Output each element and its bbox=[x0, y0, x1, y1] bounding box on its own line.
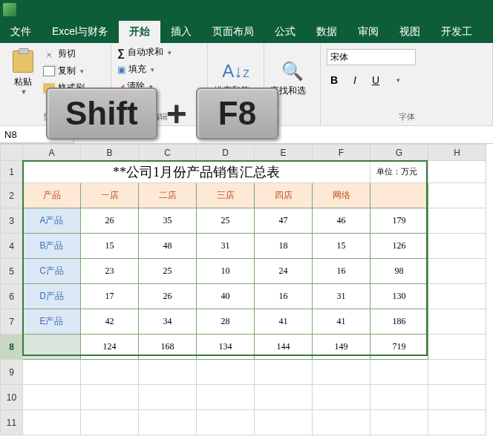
row-header-4[interactable]: 4 bbox=[1, 234, 23, 259]
select-all-corner[interactable] bbox=[1, 145, 23, 161]
cell-H10[interactable] bbox=[428, 385, 486, 410]
cell-G5[interactable]: 98 bbox=[370, 259, 428, 284]
cell-E7[interactable]: 41 bbox=[255, 309, 313, 335]
cell-C9[interactable] bbox=[139, 360, 197, 385]
cell-D8[interactable]: 134 bbox=[197, 335, 255, 360]
cell-H3[interactable] bbox=[428, 208, 486, 234]
cell-E4[interactable]: 18 bbox=[255, 234, 313, 259]
cell-B4[interactable]: 15 bbox=[81, 234, 139, 259]
cell-B6[interactable]: 17 bbox=[81, 284, 139, 309]
font-name-select[interactable] bbox=[327, 49, 416, 65]
cell-C2[interactable]: 二店 bbox=[139, 183, 197, 208]
cell-G2[interactable] bbox=[370, 183, 428, 208]
cell-E2[interactable]: 四店 bbox=[255, 183, 313, 208]
cell-A6[interactable]: D产品 bbox=[23, 284, 81, 309]
cell-C4[interactable]: 48 bbox=[139, 234, 197, 259]
row-header-5[interactable]: 5 bbox=[1, 259, 23, 284]
cell-G3[interactable]: 179 bbox=[370, 208, 428, 234]
cell-H2[interactable] bbox=[428, 183, 486, 208]
cell-A4[interactable]: B产品 bbox=[23, 234, 81, 259]
row-header-6[interactable]: 6 bbox=[1, 284, 23, 309]
cell-C7[interactable]: 34 bbox=[139, 309, 197, 335]
cell-E5[interactable]: 24 bbox=[255, 259, 313, 284]
cell-E11[interactable] bbox=[255, 410, 313, 435]
cell-E6[interactable]: 16 bbox=[255, 284, 313, 309]
tab-0[interactable]: 文件 bbox=[0, 21, 42, 43]
cell-E8[interactable]: 144 bbox=[255, 335, 313, 360]
cell-G6[interactable]: 130 bbox=[370, 284, 428, 309]
autosum-button[interactable]: ∑自动求和▾ bbox=[117, 46, 201, 59]
row-header-2[interactable]: 2 bbox=[1, 183, 23, 208]
cell-A8[interactable] bbox=[23, 335, 81, 360]
cell-G8[interactable]: 719 bbox=[370, 335, 428, 360]
cell-F4[interactable]: 15 bbox=[313, 234, 370, 259]
paste-button[interactable]: 粘贴 ▼ bbox=[6, 46, 40, 96]
cell-A5[interactable]: C产品 bbox=[23, 259, 81, 284]
cell-C6[interactable]: 26 bbox=[139, 284, 197, 309]
copy-button[interactable]: 复制▾ bbox=[43, 63, 85, 79]
row-header-11[interactable]: 11 bbox=[1, 410, 23, 435]
cell-C5[interactable]: 25 bbox=[139, 259, 197, 284]
cut-button[interactable]: 剪切 bbox=[43, 46, 85, 62]
cell-H5[interactable] bbox=[428, 259, 486, 284]
cell-C3[interactable]: 35 bbox=[139, 208, 197, 234]
cell-A10[interactable] bbox=[23, 385, 81, 410]
row-header-1[interactable]: 1 bbox=[1, 161, 23, 183]
fill-button[interactable]: ▣填充▾ bbox=[117, 63, 201, 76]
spreadsheet-grid[interactable]: ABCDEFGH1**公司1月份产品销售汇总表单位：万元2产品一店二店三店四店网… bbox=[0, 144, 486, 435]
col-header-F[interactable]: F bbox=[313, 145, 370, 161]
col-header-G[interactable]: G bbox=[370, 145, 428, 161]
cell-E9[interactable] bbox=[255, 360, 313, 385]
tab-2[interactable]: 开始 bbox=[119, 21, 160, 43]
cell-F2[interactable]: 网络 bbox=[313, 183, 370, 208]
row-header-8[interactable]: 8 bbox=[1, 335, 23, 360]
cell-H4[interactable] bbox=[428, 234, 486, 259]
cell-B11[interactable] bbox=[81, 410, 139, 435]
cell-H8[interactable] bbox=[428, 335, 486, 360]
col-header-B[interactable]: B bbox=[81, 145, 139, 161]
cell-B10[interactable] bbox=[81, 385, 139, 410]
cell-A7[interactable]: E产品 bbox=[23, 309, 81, 335]
cell-F8[interactable]: 149 bbox=[313, 335, 370, 360]
cell-D10[interactable] bbox=[197, 385, 255, 410]
cell-A9[interactable] bbox=[23, 360, 81, 385]
row-header-10[interactable]: 10 bbox=[1, 385, 23, 410]
tab-3[interactable]: 插入 bbox=[160, 21, 202, 43]
cell-B3[interactable]: 26 bbox=[81, 208, 139, 234]
cell-B5[interactable]: 23 bbox=[81, 259, 139, 284]
cell-B2[interactable]: 一店 bbox=[81, 183, 139, 208]
col-header-A[interactable]: A bbox=[23, 145, 81, 161]
cell-H7[interactable] bbox=[428, 309, 486, 335]
cell-D5[interactable]: 10 bbox=[197, 259, 255, 284]
cell-F7[interactable]: 41 bbox=[313, 309, 370, 335]
cell-D7[interactable]: 28 bbox=[197, 309, 255, 335]
cell-A2[interactable]: 产品 bbox=[23, 183, 81, 208]
cell-E10[interactable] bbox=[255, 385, 313, 410]
cell-D9[interactable] bbox=[197, 360, 255, 385]
col-header-H[interactable]: H bbox=[428, 145, 486, 161]
cell-A11[interactable] bbox=[23, 410, 81, 435]
cell-C11[interactable] bbox=[139, 410, 197, 435]
tab-4[interactable]: 页面布局 bbox=[202, 21, 264, 43]
tab-7[interactable]: 审阅 bbox=[347, 21, 389, 43]
cell-G10[interactable] bbox=[370, 385, 428, 410]
cell-F11[interactable] bbox=[313, 410, 370, 435]
cell-D4[interactable]: 31 bbox=[197, 234, 255, 259]
tab-9[interactable]: 开发工 bbox=[431, 21, 483, 43]
cell-A1[interactable]: **公司1月份产品销售汇总表 bbox=[23, 161, 370, 183]
cell-B8[interactable]: 124 bbox=[81, 335, 139, 360]
cell-D6[interactable]: 40 bbox=[197, 284, 255, 309]
col-header-E[interactable]: E bbox=[255, 145, 313, 161]
cell-F10[interactable] bbox=[313, 385, 370, 410]
cell-E3[interactable]: 47 bbox=[255, 208, 313, 234]
row-header-3[interactable]: 3 bbox=[1, 208, 23, 234]
tab-8[interactable]: 视图 bbox=[389, 21, 431, 43]
row-header-7[interactable]: 7 bbox=[1, 309, 23, 335]
cell-G1[interactable]: 单位：万元 bbox=[370, 161, 428, 183]
cell-D11[interactable] bbox=[197, 410, 255, 435]
cell-F6[interactable]: 31 bbox=[313, 284, 370, 309]
cell-H11[interactable] bbox=[428, 410, 486, 435]
cell-B9[interactable] bbox=[81, 360, 139, 385]
cell-F5[interactable]: 16 bbox=[313, 259, 370, 284]
cell-G11[interactable] bbox=[370, 410, 428, 435]
